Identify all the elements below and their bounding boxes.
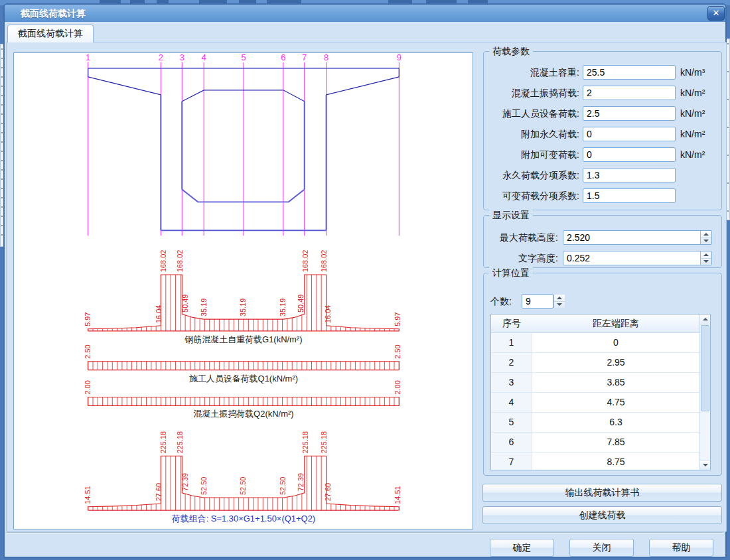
svg-text:2.00: 2.00 — [394, 380, 402, 394]
scrollbar-up-icon[interactable] — [700, 315, 710, 324]
tab-strip: 截面线荷载计算 — [5, 22, 725, 42]
dialog-titlebar[interactable]: 截面线荷载计算 ✕ — [5, 5, 725, 22]
svg-text:16.04: 16.04 — [324, 305, 332, 323]
ok-button[interactable]: 确定 — [490, 539, 554, 557]
table-row[interactable]: 3 3.85 — [491, 373, 699, 393]
count-label: 个数: — [490, 296, 518, 308]
grip-dash — [1, 151, 3, 152]
table-row[interactable]: 5 6.3 — [491, 413, 699, 433]
count-spinner — [553, 295, 565, 308]
svg-text:225.18: 225.18 — [301, 431, 309, 454]
row-distance: 3.85 — [532, 373, 699, 392]
svg-text:16.04: 16.04 — [155, 305, 163, 323]
svg-text:7: 7 — [302, 53, 307, 62]
grip-dash — [727, 99, 729, 100]
param-unit: kN/m² — [680, 129, 705, 139]
svg-text:5: 5 — [241, 53, 246, 62]
param-row: 附加可变荷载: kN/m² — [484, 147, 723, 162]
param-unit: kN/m² — [680, 108, 705, 119]
row-distance: 6.3 — [532, 413, 699, 432]
group-display-settings: 显示设置 最大荷载高度: 文字高度: — [483, 215, 722, 268]
param-input[interactable] — [583, 65, 676, 80]
table-row[interactable]: 6 7.85 — [491, 433, 699, 453]
button-separator — [7, 532, 723, 533]
scrollbar-thumb[interactable] — [701, 325, 709, 411]
svg-text:1: 1 — [86, 53, 90, 62]
spinner-down-icon[interactable] — [701, 238, 711, 245]
close-dialog-button[interactable]: 关闭 — [569, 539, 634, 557]
tab-section-line-load[interactable]: 截面线荷载计算 — [7, 25, 94, 42]
param-unit: kN/m³ — [680, 67, 705, 78]
svg-text:35.19: 35.19 — [279, 299, 287, 316]
count-input[interactable] — [522, 294, 553, 309]
param-input[interactable] — [583, 147, 676, 162]
param-row: 混凝土振捣荷载: kN/m² — [484, 86, 723, 100]
close-icon: ✕ — [713, 8, 720, 18]
svg-text:9: 9 — [397, 53, 402, 62]
grip-dash — [727, 71, 729, 72]
close-button[interactable]: ✕ — [707, 6, 725, 21]
svg-text:混凝土振捣荷载Q2(kN/m²): 混凝土振捣荷载Q2(kN/m²) — [193, 409, 293, 419]
svg-text:168.02: 168.02 — [320, 250, 328, 273]
svg-text:50.49: 50.49 — [181, 295, 189, 313]
param-input[interactable] — [583, 86, 676, 100]
display-spinner — [700, 251, 711, 265]
display-input[interactable] — [563, 230, 712, 245]
create-line-load-button[interactable]: 创建线荷载 — [482, 506, 722, 524]
svg-text:168.02: 168.02 — [159, 250, 167, 273]
positions-table: 序号 距左端距离 1 02 2.953 3.854 4.755 6.36 7.8… — [490, 314, 711, 470]
spinner-up-icon[interactable] — [701, 251, 711, 258]
row-distance: 4.75 — [532, 393, 699, 412]
svg-text:225.18: 225.18 — [176, 431, 184, 454]
row-index: 3 — [491, 373, 532, 392]
param-label: 附加永久荷载: — [486, 129, 579, 141]
scrollbar-down-icon[interactable] — [700, 460, 710, 470]
table-scrollbar[interactable] — [699, 315, 710, 470]
row-distance: 8.75 — [532, 453, 699, 470]
spinner-down-icon[interactable] — [554, 301, 565, 309]
spinner-up-icon[interactable] — [701, 231, 711, 238]
export-calc-report-button[interactable]: 输出线荷载计算书 — [482, 484, 722, 502]
svg-text:2.50: 2.50 — [394, 344, 402, 358]
svg-text:52.50: 52.50 — [279, 477, 287, 495]
param-row: 可变荷载分项系数: — [484, 188, 723, 203]
param-label: 永久荷载分项系数: — [486, 170, 579, 182]
group-display-settings-title: 显示设置 — [489, 210, 533, 222]
svg-text:5.97: 5.97 — [394, 312, 402, 326]
param-label: 混凝土容重: — [486, 67, 579, 79]
grip-dash — [1, 160, 3, 161]
table-row[interactable]: 2 2.95 — [491, 353, 699, 373]
display-label: 文字高度: — [486, 253, 558, 265]
svg-text:52.50: 52.50 — [239, 477, 247, 495]
row-index: 1 — [491, 333, 532, 352]
drawing-canvas[interactable]: 1234567895.9716.04168.02168.0250.4935.19… — [13, 52, 473, 529]
grip-dash — [1, 141, 3, 143]
table-row[interactable]: 1 0 — [491, 333, 699, 353]
param-input[interactable] — [583, 127, 676, 141]
table-row[interactable]: 4 4.75 — [491, 393, 699, 413]
param-input[interactable] — [583, 188, 676, 203]
spinner-up-icon[interactable] — [554, 295, 565, 301]
svg-text:225.18: 225.18 — [320, 431, 328, 454]
help-button[interactable]: 帮助 — [649, 539, 713, 557]
spinner-down-icon[interactable] — [701, 258, 711, 265]
param-input[interactable] — [583, 106, 676, 121]
svg-text:72.39: 72.39 — [297, 473, 305, 491]
dialog-section-line-load: 截面线荷载计算 ✕ 截面线荷载计算 1234567895.9716.04168.… — [3, 3, 727, 558]
param-row: 施工人员设备荷载: kN/m² — [484, 106, 723, 121]
group-load-params: 荷载参数 混凝土容重: kN/m³混凝土振捣荷载: kN/m²施工人员设备荷载:… — [483, 51, 722, 210]
svg-text:施工人员设备荷载Q1(kN/m²): 施工人员设备荷载Q1(kN/m²) — [189, 374, 298, 384]
grip-dash — [1, 132, 3, 133]
col-header-distance: 距左端距离 — [532, 318, 699, 330]
svg-text:2.50: 2.50 — [84, 344, 92, 358]
param-input[interactable] — [583, 168, 676, 182]
positions-table-header: 序号 距左端距离 — [491, 315, 699, 333]
svg-text:2: 2 — [159, 53, 163, 62]
param-label: 混凝土振捣荷载: — [486, 88, 579, 100]
table-row[interactable]: 7 8.75 — [491, 453, 699, 470]
grip-dash — [727, 182, 729, 184]
col-header-index: 序号 — [491, 318, 532, 330]
svg-text:6: 6 — [281, 53, 285, 62]
svg-text:4: 4 — [202, 53, 206, 62]
display-input[interactable] — [563, 251, 712, 265]
